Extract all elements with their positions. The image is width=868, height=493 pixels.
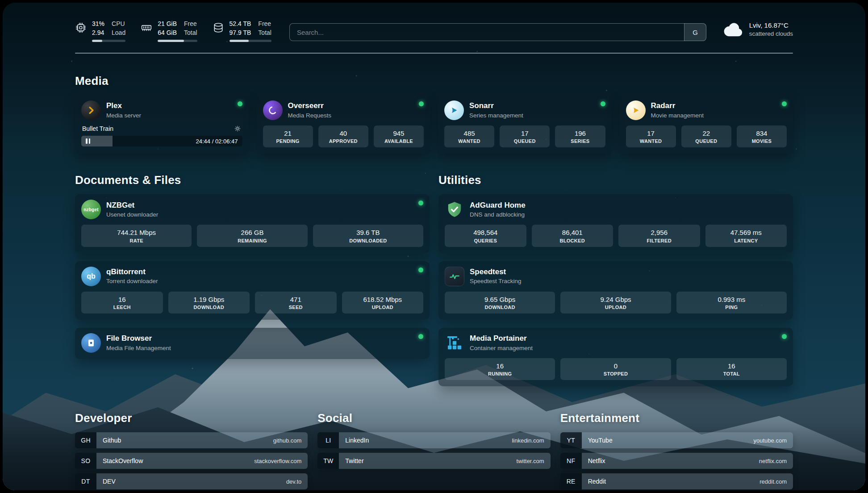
bookmark-linkedin[interactable]: LI LinkedIn linkedin.com xyxy=(317,432,550,448)
bookmark-netflix[interactable]: NF Netflix netflix.com xyxy=(560,453,793,469)
search-provider-button[interactable]: G xyxy=(684,23,706,41)
sonarr-icon xyxy=(444,100,464,120)
qbittorrent-status-dot xyxy=(418,267,423,272)
bookmark-github[interactable]: GH Github github.com xyxy=(75,432,308,448)
bookmark-name: DEV xyxy=(103,478,116,485)
disk-free-value: 52.4 TB xyxy=(230,20,251,29)
memory-widget: 21 GiB 64 GiB Free Total xyxy=(141,20,197,42)
card-speedtest[interactable]: Speedtest Speedtest Tracking 9.65 Gbps D… xyxy=(438,261,793,320)
bookmark-url: reddit.com xyxy=(760,478,787,485)
adguard-icon xyxy=(445,200,464,219)
reddit-abbr-icon: RE xyxy=(560,473,582,489)
bookmark-dev[interactable]: DT DEV dev.to xyxy=(75,473,308,489)
radarr-icon xyxy=(626,100,646,120)
card-sonarr[interactable]: Sonarr Series management 485 WANTED 17 Q… xyxy=(438,95,612,154)
sonarr-stat-series: 196 SERIES xyxy=(555,125,605,147)
portainer-icon xyxy=(445,333,464,353)
linkedin-abbr-icon: LI xyxy=(317,432,339,448)
adguard-desc: DNS and adblocking xyxy=(470,211,526,218)
portainer-stat-stopped: 0 STOPPED xyxy=(560,358,671,380)
github-abbr-icon: GH xyxy=(75,432,96,448)
filebrowser-icon xyxy=(81,333,101,353)
playback-progress-bar: 24:44 / 02:06:47 xyxy=(81,136,242,146)
bookmark-name: Reddit xyxy=(588,478,606,485)
radarr-stat-wanted: 17 WANTED xyxy=(626,125,676,147)
section-title-entertainment: Entertainment xyxy=(560,411,793,425)
plex-icon xyxy=(81,100,101,120)
search-input[interactable] xyxy=(289,23,706,41)
bookmark-url: stackoverflow.com xyxy=(254,458,301,464)
qbittorrent-name: qBittorrent xyxy=(106,267,158,276)
adguard-stat-blocked: 86,401 BLOCKED xyxy=(532,225,613,246)
disk-total-value: 97.9 TB xyxy=(230,29,251,38)
bookmark-url: youtube.com xyxy=(754,437,787,444)
speedtest-stat-ping: 0.993 ms PING xyxy=(676,292,787,313)
nzbget-desc: Usenet downloader xyxy=(106,211,158,218)
bookmark-stackoverflow[interactable]: SO StackOverflow stackoverflow.com xyxy=(75,453,308,469)
sonarr-stat-queued: 17 QUEUED xyxy=(500,125,550,147)
adguard-name: AdGuard Home xyxy=(470,201,526,210)
memory-label-bottom: Total xyxy=(184,29,197,38)
speedtest-icon xyxy=(445,267,464,286)
overseerr-stat-approved: 40 APPROVED xyxy=(318,125,368,147)
nzbget-stat-downloaded: 39.6 TB DOWNLOADED xyxy=(313,225,423,246)
nzbget-stat-rate: 744.21 Mbps RATE xyxy=(81,225,192,246)
card-plex[interactable]: Plex Media server Bullet Train xyxy=(75,95,249,154)
sonarr-status-dot xyxy=(601,101,605,106)
portainer-stat-running: 16 RUNNING xyxy=(445,358,555,380)
filebrowser-desc: Media File Management xyxy=(106,345,171,352)
disk-label-top: Free xyxy=(258,20,271,29)
settings-gear-icon[interactable] xyxy=(234,125,242,133)
weather-widget: Lviv, 16.87°C scattered clouds xyxy=(723,21,793,37)
cpu-load-value: 2.94 xyxy=(92,29,104,38)
now-playing-title: Bullet Train xyxy=(82,125,113,132)
dashboard-screen: 31% 2.94 CPU Load xyxy=(3,3,865,490)
disk-progress-bar xyxy=(230,40,271,42)
sonarr-desc: Series management xyxy=(469,112,523,119)
dev-abbr-icon: DT xyxy=(75,473,96,489)
radarr-stat-queued: 22 QUEUED xyxy=(681,125,731,147)
sonarr-name: Sonarr xyxy=(469,101,523,110)
twitter-abbr-icon: TW xyxy=(317,453,339,469)
qbittorrent-desc: Torrent downloader xyxy=(106,278,158,285)
weather-location: Lviv, 16.87°C xyxy=(749,21,793,29)
cpu-icon xyxy=(75,22,87,33)
plex-status-dot xyxy=(238,101,242,106)
search-bar: G xyxy=(289,23,706,41)
overseerr-stat-pending: 21 PENDING xyxy=(263,125,313,147)
card-portainer[interactable]: Media Portainer Container management 16 … xyxy=(438,328,793,386)
card-overseerr[interactable]: Overseerr Media Requests 21 PENDING 40 A… xyxy=(257,95,430,154)
cpu-usage-value: 31% xyxy=(92,20,104,29)
bookmark-reddit[interactable]: RE Reddit reddit.com xyxy=(560,473,793,489)
bookmark-url: github.com xyxy=(273,437,302,444)
bookmark-name: YouTube xyxy=(588,437,613,444)
nzbget-icon: nzbget xyxy=(81,200,101,219)
adguard-stat-latency: 47.569 ms LATENCY xyxy=(705,225,787,246)
disk-widget: 52.4 TB 97.9 TB Free Total xyxy=(213,20,271,42)
pause-button[interactable] xyxy=(86,138,90,144)
memory-label-top: Free xyxy=(184,20,197,29)
overseerr-stat-available: 945 AVAILABLE xyxy=(374,125,424,147)
nzbget-stat-remaining: 266 GB REMAINING xyxy=(197,225,307,246)
overseerr-desc: Media Requests xyxy=(288,112,332,119)
speedtest-name: Speedtest xyxy=(470,267,522,276)
bookmark-twitter[interactable]: TW Twitter twitter.com xyxy=(317,453,550,469)
card-nzbget[interactable]: nzbget NZBGet Usenet downloader 744.21 M… xyxy=(75,194,430,253)
bookmark-name: StackOverflow xyxy=(103,457,143,464)
overseerr-icon xyxy=(263,100,283,120)
playback-time: 24:44 / 02:06:47 xyxy=(196,138,238,145)
bookmark-name: Twitter xyxy=(345,457,363,464)
portainer-desc: Container management xyxy=(470,345,533,352)
card-qbittorrent[interactable]: qb qBittorrent Torrent downloader 16 LEE… xyxy=(75,261,430,320)
cpu-widget: 31% 2.94 CPU Load xyxy=(75,20,125,42)
disk-icon xyxy=(213,22,224,33)
card-adguard[interactable]: AdGuard Home DNS and adblocking 498,564 … xyxy=(438,194,793,253)
topbar-divider xyxy=(75,53,793,54)
card-filebrowser[interactable]: File Browser Media File Management xyxy=(75,328,430,359)
radarr-stat-movies: 834 MOVIES xyxy=(737,125,787,147)
cpu-progress-bar xyxy=(92,40,125,42)
bookmark-youtube[interactable]: YT YouTube youtube.com xyxy=(560,432,793,448)
memory-free-value: 21 GiB xyxy=(158,20,177,29)
card-radarr[interactable]: Radarr Movie management 17 WANTED 22 QUE… xyxy=(620,95,793,154)
bookmark-name: Github xyxy=(103,437,121,444)
